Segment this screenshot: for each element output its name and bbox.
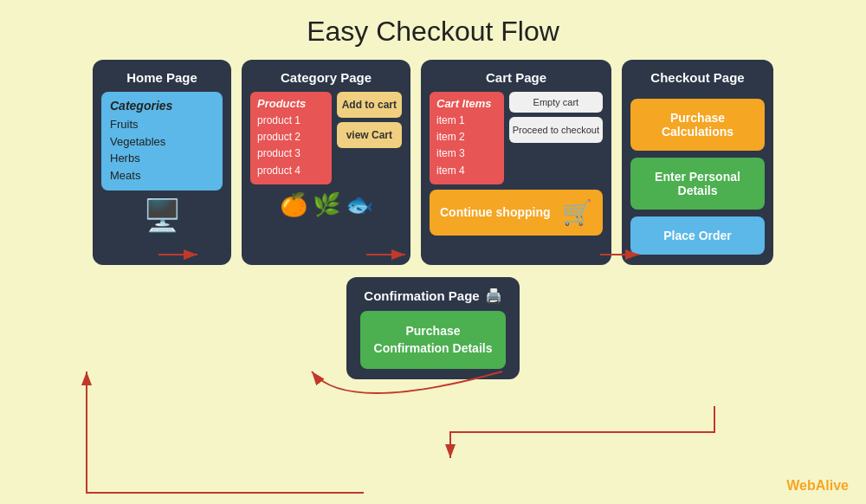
category-vegetables: Vegetables (110, 133, 214, 151)
category-page-card: Category Page Products product 1 product… (242, 60, 410, 265)
monitor-icon: 🖥️ (101, 197, 223, 234)
products-label: Products (257, 97, 325, 110)
fish-icon: 🐟 (346, 191, 373, 218)
categories-box: Categories Fruits Vegetables Herbs Meats (101, 92, 223, 191)
cart-icon: 🛒 (562, 198, 592, 227)
brand-alive: Alive (816, 478, 849, 493)
checkout-page-title: Checkout Page (630, 70, 765, 85)
home-page-title: Home Page (101, 70, 223, 85)
category-herbs: Herbs (110, 150, 214, 167)
category-page-title: Category Page (250, 70, 402, 85)
view-cart-button[interactable]: view Cart (337, 122, 402, 148)
product-1: product 1 (257, 113, 325, 129)
printer-icon: 🖨️ (485, 288, 502, 304)
product-emojis: 🍊 🌿 🐟 (250, 191, 402, 218)
empty-cart-button[interactable]: Empty cart (509, 92, 603, 113)
checkout-page-card: Checkout Page Purchase Calculations Ente… (622, 60, 773, 265)
cart-items-label: Cart Items (436, 97, 497, 110)
add-to-cart-button[interactable]: Add to cart (337, 92, 402, 118)
product-3: product 3 (257, 145, 325, 162)
product-4: product 4 (257, 163, 325, 179)
cart-page-card: Cart Page Cart Items item 1 item 2 item … (421, 60, 611, 265)
confirmation-details-button[interactable]: Purchase Confirmation Details (360, 311, 506, 369)
cart-item-1: item 1 (436, 113, 497, 129)
continue-shopping-button[interactable]: Continue shopping 🛒 (430, 190, 603, 236)
page-title: Easy Checkout Flow (0, 0, 866, 60)
cart-buttons: Add to cart view Cart (337, 92, 402, 184)
confirmation-page-card: Confirmation Page 🖨️ Purchase Confirmati… (346, 277, 520, 379)
enter-personal-details-button[interactable]: Enter Personal Details (630, 158, 765, 210)
herb-icon: 🌿 (313, 191, 340, 218)
cart-item-2: item 2 (436, 129, 497, 145)
category-fruits: Fruits (110, 116, 214, 133)
cart-top: Cart Items item 1 item 2 item 3 item 4 E… (430, 92, 603, 184)
brand-label: WebAlive (786, 478, 849, 494)
cart-page-title: Cart Page (430, 70, 603, 85)
cart-item-4: item 4 (436, 163, 497, 179)
categories-label: Categories (110, 99, 214, 113)
proceed-checkout-button[interactable]: Proceed to checkout (509, 117, 603, 143)
continue-shopping-label: Continue shopping (440, 204, 551, 220)
category-meats: Meats (110, 167, 214, 184)
purchase-calculations-button[interactable]: Purchase Calculations (630, 99, 765, 151)
products-list: Products product 1 product 2 product 3 p… (250, 92, 332, 184)
cart-item-3: item 3 (436, 145, 497, 162)
product-2: product 2 (257, 129, 325, 145)
fruit-icon: 🍊 (280, 191, 307, 218)
confirmation-title-row: Confirmation Page 🖨️ (360, 288, 506, 304)
confirmation-page-title: Confirmation Page (364, 288, 479, 303)
place-order-button[interactable]: Place Order (630, 216, 765, 255)
brand-web: Web (786, 478, 815, 493)
home-page-card: Home Page Categories Fruits Vegetables H… (93, 60, 231, 265)
flow-container: Home Page Categories Fruits Vegetables H… (0, 60, 866, 265)
cart-items-box: Cart Items item 1 item 2 item 3 item 4 (430, 92, 504, 184)
products-area: Products product 1 product 2 product 3 p… (250, 92, 402, 184)
cart-actions: Empty cart Proceed to checkout (509, 92, 603, 184)
confirmation-section: Confirmation Page 🖨️ Purchase Confirmati… (0, 277, 866, 379)
